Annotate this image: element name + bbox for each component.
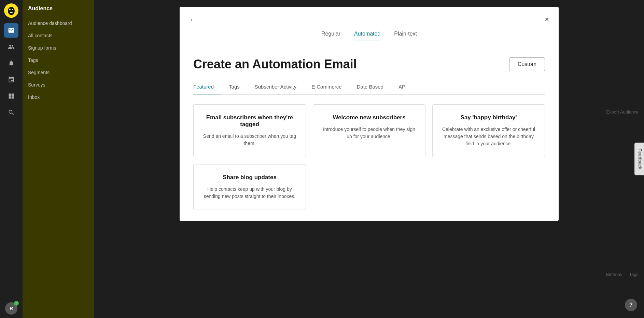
mailchimp-logo	[4, 3, 18, 18]
custom-button[interactable]: Custom	[509, 57, 545, 71]
help-button[interactable]: ?	[625, 299, 637, 311]
sidebar-icon-grid[interactable]	[4, 89, 18, 103]
tab-automated[interactable]: Automated	[354, 31, 380, 40]
sub-tab-api[interactable]: API	[392, 81, 414, 94]
card-email-tagged-desc: Send an email to a subscriber when you t…	[202, 133, 297, 147]
sub-tab-e-commerce[interactable]: E-Commerce	[305, 81, 348, 94]
modal-overlay: ← × Regular Automated Plain-text Create …	[94, 0, 644, 318]
sidebar-item-all-contacts[interactable]: All contacts	[23, 29, 94, 42]
sidebar: R ↑	[0, 0, 23, 318]
svg-point-2	[9, 9, 11, 10]
modal-tabs: Regular Automated Plain-text	[180, 25, 559, 46]
feedback-tab[interactable]: Feedback	[634, 143, 644, 175]
modal-title: Create an Automation Email	[193, 57, 357, 71]
cards-grid-row1: Email subscribers when they're tagged Se…	[193, 104, 545, 157]
svg-point-1	[8, 7, 15, 15]
sidebar-icon-notifications[interactable]	[4, 56, 18, 70]
sub-tab-tags[interactable]: Tags	[222, 81, 247, 94]
modal: ← × Regular Automated Plain-text Create …	[180, 7, 559, 221]
sub-tab-subscriber-activity[interactable]: Subscriber Activity	[248, 81, 304, 94]
sub-tab-date-based[interactable]: Date Based	[350, 81, 390, 94]
sub-tabs: Featured Tags Subscriber Activity E-Comm…	[193, 81, 545, 95]
svg-point-3	[12, 9, 13, 10]
modal-scroll-area: Regular Automated Plain-text Create an A…	[180, 25, 559, 221]
card-blog-title: Share blog updates	[202, 174, 297, 181]
card-welcome-subscribers[interactable]: Welcome new subscribers Introduce yourse…	[313, 104, 425, 157]
card-birthday-title: Say 'happy birthday'	[441, 114, 536, 121]
modal-close-button[interactable]: ×	[543, 14, 550, 25]
sidebar-icon-integrations[interactable]	[4, 72, 18, 87]
card-birthday-desc: Celebrate with an exclusive offer or che…	[441, 126, 536, 147]
sidebar-item-signup-forms[interactable]: Signup forms	[23, 42, 94, 54]
modal-title-row: Create an Automation Email Custom	[193, 57, 545, 71]
card-email-tagged[interactable]: Email subscribers when they're tagged Se…	[193, 104, 306, 157]
sidebar-item-surveys[interactable]: Surveys	[23, 79, 94, 91]
sidebar-item-tags[interactable]: Tags	[23, 54, 94, 66]
cards-grid-row2: Share blog updates Help contacts keep up…	[193, 164, 545, 210]
card-welcome-desc: Introduce yourself to people when they s…	[321, 126, 417, 140]
tab-plain-text[interactable]: Plain-text	[394, 31, 417, 40]
tab-regular[interactable]: Regular	[321, 31, 340, 40]
sub-tab-featured[interactable]: Featured	[193, 81, 221, 94]
sidebar-icon-campaigns[interactable]	[4, 23, 18, 38]
modal-header: ← ×	[180, 7, 559, 25]
modal-body: Create an Automation Email Custom Featur…	[180, 46, 559, 221]
card-happy-birthday[interactable]: Say 'happy birthday' Celebrate with an e…	[432, 104, 545, 157]
left-panel: Audience Audience dashboard All contacts…	[23, 0, 94, 318]
left-panel-title: Audience	[23, 5, 94, 17]
upload-badge: ↑	[14, 301, 19, 306]
sidebar-item-audience-dashboard[interactable]: Audience dashboard	[23, 17, 94, 29]
sidebar-icon-search[interactable]	[4, 105, 18, 120]
card-share-blog[interactable]: Share blog updates Help contacts keep up…	[193, 164, 306, 210]
sidebar-item-segments[interactable]: Segments	[23, 66, 94, 79]
sidebar-item-inbox[interactable]: Inbox	[23, 91, 94, 103]
main-area: ← × Regular Automated Plain-text Create …	[94, 0, 644, 318]
modal-back-button[interactable]: ←	[188, 14, 197, 25]
card-email-tagged-title: Email subscribers when they're tagged	[202, 114, 297, 128]
avatar[interactable]: R ↑	[5, 302, 17, 315]
card-blog-desc: Help contacts keep up with your blog by …	[202, 186, 297, 200]
sidebar-icon-audience[interactable]	[4, 40, 18, 54]
card-welcome-title: Welcome new subscribers	[321, 114, 417, 121]
